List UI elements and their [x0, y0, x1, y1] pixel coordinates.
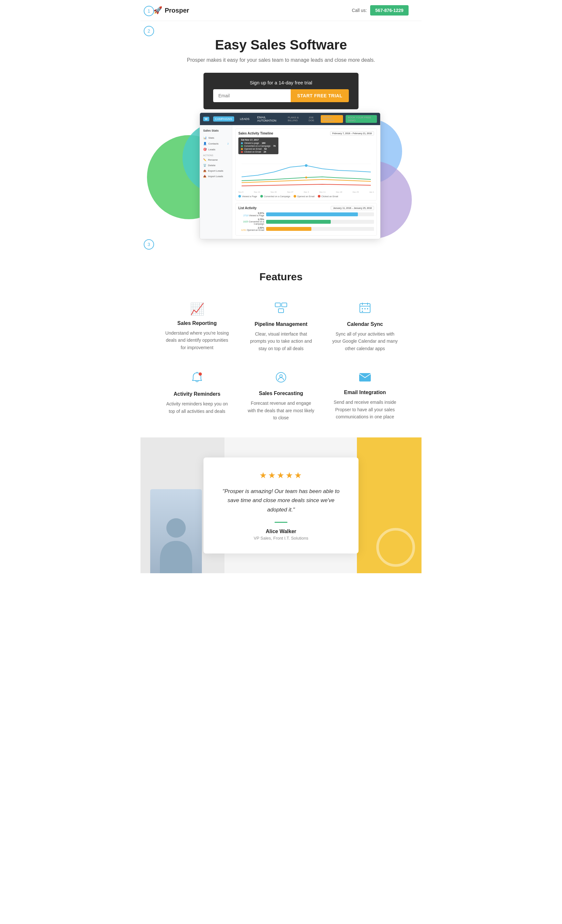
- sidebar-rename[interactable]: ✏️ Rename: [200, 157, 232, 163]
- tooltip-label-2: Converted on a Campaign: [244, 145, 271, 147]
- feature-title-6: Email Integration: [331, 390, 399, 395]
- legend-dot-3: [294, 195, 296, 198]
- nav-email-auto[interactable]: EMAIL AUTOMATION: [255, 115, 284, 123]
- nav-plans: PLANS & BILLING: [288, 116, 306, 122]
- sidebar-actions-label: Actions: [200, 152, 232, 157]
- hero-visual: W CAMPAIGNS LEADS EMAIL AUTOMATION PLANS…: [140, 109, 422, 252]
- nav-refer[interactable]: REFER FRIENDS: [321, 115, 343, 123]
- tooltip-dot-1: [241, 142, 243, 144]
- leads-icon: 🎯: [203, 148, 207, 151]
- svg-rect-7: [282, 303, 287, 307]
- nav-leads[interactable]: LEADS: [238, 116, 252, 122]
- svg-point-16: [362, 311, 363, 312]
- bar-fill-3: [266, 227, 311, 231]
- calendar-icon: [331, 302, 399, 317]
- feature-desc-1: Understand where you're losing deals and…: [163, 330, 231, 351]
- person-image: [150, 489, 202, 573]
- feature-forecasting: Sales Forecasting Forecast revenue and e…: [244, 368, 318, 424]
- phone-button[interactable]: 567-876-1229: [370, 5, 409, 15]
- email-icon: [331, 372, 399, 385]
- import-icon: 📥: [203, 175, 206, 178]
- testimonial-bg-right: [357, 437, 422, 573]
- feature-title-1: Sales Reporting: [163, 320, 231, 326]
- trial-button[interactable]: START FREE TRIAL: [291, 89, 349, 102]
- app-nav-right: PLANS & BILLING JOE DOE REFER FRIENDS BO…: [288, 115, 377, 123]
- rename-icon: ✏️: [203, 158, 206, 161]
- legend-label-4: Clicked an Email: [321, 195, 338, 198]
- yellow-circle: [376, 528, 415, 567]
- tooltip-label-4: Clicked on Email: [244, 151, 261, 153]
- feature-title-4: Activity Reminders: [163, 391, 231, 397]
- list-date-picker[interactable]: January 11, 2018 – January 25, 2018: [331, 206, 374, 210]
- chart-tooltip: Sat Nov 17, 2017 Viewed a page 160 Conve…: [238, 137, 278, 156]
- svg-point-15: [367, 308, 368, 309]
- tooltip-label-1: Viewed a page: [244, 142, 259, 144]
- feature-title-2: Pipeline Management: [247, 321, 315, 327]
- section-1-indicator: 1: [144, 6, 154, 16]
- feature-desc-2: Clear, visual interface that prompts you…: [247, 330, 315, 352]
- contacts-icon: 👤: [203, 142, 207, 145]
- tooltip-dot-2: [241, 145, 243, 147]
- list-activity-title: List Activity January 11, 2018 – January…: [238, 206, 374, 210]
- sidebar-stats[interactable]: 📊 Stats: [200, 135, 232, 141]
- app-sidebar: Sales Stats 📊 Stats 👤 Contacts 2 🎯 Leads…: [200, 125, 232, 239]
- svg-point-5: [305, 177, 307, 178]
- bar-row-1: 5.57%2710 Viewed a Page: [238, 212, 374, 217]
- call-label: Call us:: [352, 8, 367, 13]
- nav-user: JOE DOE: [309, 116, 318, 122]
- feature-pipeline: Pipeline Management Clear, visual interf…: [244, 299, 318, 355]
- feature-title-3: Calendar Sync: [331, 321, 399, 327]
- line-chart-svg: [238, 158, 374, 190]
- section-2-indicator: 2: [144, 26, 154, 36]
- activity-timeline-chart: Sales Activity Timeline February 7, 2018…: [235, 128, 377, 201]
- svg-point-22: [166, 518, 186, 538]
- svg-point-18: [199, 372, 202, 376]
- signup-box-title: Sign up for a 14-day free trial: [213, 80, 349, 86]
- logo-icon: 🚀: [153, 6, 162, 15]
- legend-dot-4: [318, 195, 320, 198]
- legend-dot-1: [238, 195, 241, 198]
- bar-row-2: 3.75%1825 Converted on a Campaign: [238, 218, 374, 225]
- tooltip-label-3: Opened an Email: [244, 148, 262, 150]
- stats-icon: 📊: [203, 136, 207, 140]
- delete-icon: 🗑️: [203, 164, 206, 167]
- chart-legend: Viewed a Page Converted on a Campaign Op…: [238, 195, 374, 198]
- chart-title: Sales Activity Timeline February 7, 2018…: [238, 131, 374, 135]
- sidebar-contacts[interactable]: 👤 Contacts 2: [200, 141, 232, 147]
- bar-row-3: 2.53%1231 Opened an Email: [238, 226, 374, 231]
- sidebar-delete[interactable]: 🗑️ Delete: [200, 163, 232, 168]
- email-input[interactable]: [213, 89, 291, 102]
- nav-demo[interactable]: BOOK YOUR FREE DEMO: [345, 115, 377, 123]
- sidebar-title: Sales Stats: [200, 128, 232, 135]
- legend-label-2: Converted on a Campaign: [264, 195, 290, 198]
- navbar: 🚀 Prosper Call us: 567-876-1229: [140, 0, 422, 21]
- nav-campaigns[interactable]: CAMPAIGNS: [213, 116, 234, 122]
- app-logo: W: [203, 117, 209, 121]
- testimonial-name: Alice Walker: [220, 529, 342, 534]
- x-axis-labels: Nov 6Nov 13Nov 20Nov 27Dec 4Dec 11Dec 18…: [238, 191, 374, 193]
- chart-date-picker[interactable]: February 7, 2018 – February 21, 2018: [330, 131, 374, 135]
- logo-text: Prosper: [165, 7, 189, 14]
- legend-dot-2: [260, 195, 263, 198]
- bar-fill-2: [266, 220, 331, 224]
- tooltip-val-2: 70: [273, 145, 276, 147]
- features-grid: 📈 Sales Reporting Understand where you'r…: [160, 299, 402, 424]
- logo[interactable]: 🚀 Prosper: [153, 6, 189, 15]
- forecasting-icon: [247, 372, 315, 386]
- testimonial-divider: [275, 522, 287, 523]
- sidebar-import[interactable]: 📥 Import Leads: [200, 174, 232, 179]
- testimonial-role: VP Sales, Front I.T. Solutions: [220, 536, 342, 541]
- svg-rect-8: [278, 309, 284, 313]
- sidebar-export[interactable]: 📤 Export Leads: [200, 168, 232, 174]
- sidebar-leads[interactable]: 🎯 Leads: [200, 147, 232, 152]
- hero-section: Easy Sales Software Prosper makes it eas…: [140, 21, 422, 116]
- feature-calendar: Calendar Sync Sync all of your activitie…: [328, 299, 402, 355]
- svg-point-14: [364, 308, 366, 309]
- feature-reminders: Activity Reminders Activity reminders ke…: [160, 368, 234, 424]
- app-body: Sales Stats 📊 Stats 👤 Contacts 2 🎯 Leads…: [200, 125, 380, 239]
- feature-desc-3: Sync all of your activities with your Go…: [331, 330, 399, 352]
- tooltip-val-3: 52: [264, 148, 267, 150]
- signup-row: START FREE TRIAL: [213, 89, 349, 102]
- tooltip-val-4: 24: [263, 151, 266, 153]
- hero-subtitle: Prosper makes it easy for your sales tea…: [153, 57, 409, 63]
